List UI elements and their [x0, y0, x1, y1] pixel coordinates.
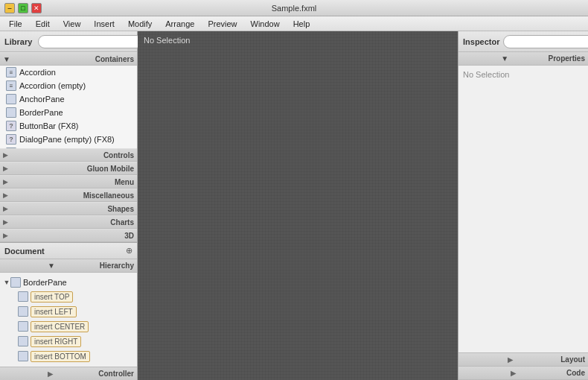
gluon-mobile-label: Gluon Mobile — [87, 165, 134, 173]
tree-root-item[interactable]: ▼ BorderPane — [0, 276, 137, 289]
tree-child-item[interactable]: insert BOTTOM — [0, 349, 137, 364]
window-title: Sample.fxml — [42, 4, 546, 13]
shapes-arrow: ▶ — [3, 205, 8, 212]
properties-label: Properties — [549, 54, 585, 63]
inspector-bottom: ▶ Layout ▶ Code — [458, 352, 588, 380]
shapes-label: Shapes — [107, 205, 134, 213]
properties-arrow: ▼ — [501, 54, 508, 63]
threed-section-header[interactable]: ▶ 3D — [0, 229, 137, 242]
gluon-arrow: ▶ — [3, 165, 8, 172]
code-row[interactable]: ▶ Code — [458, 367, 588, 380]
child-icon-left — [18, 306, 28, 317]
misc-section-header[interactable]: ▶ Miscellaneous — [0, 189, 137, 202]
document-label: Document — [4, 247, 45, 256]
charts-section-header[interactable]: ▶ Charts — [0, 215, 137, 229]
shapes-section-header[interactable]: ▶ Shapes — [0, 202, 137, 215]
menu-help[interactable]: Help — [287, 18, 316, 30]
tree-root-label: BorderPane — [23, 278, 67, 287]
inspector-no-selection: No Selection — [463, 70, 509, 79]
containers-label: Containers — [95, 55, 134, 63]
child-icon-right — [18, 336, 28, 346]
menu-view[interactable]: View — [57, 18, 87, 30]
menu-window[interactable]: Window — [245, 18, 286, 30]
controls-label: Controls — [103, 151, 134, 159]
controls-arrow: ▶ — [3, 151, 8, 159]
menu-preview[interactable]: Preview — [202, 18, 243, 30]
maximize-button[interactable]: □ — [18, 3, 28, 13]
menu-arrange[interactable]: Arrange — [159, 18, 200, 30]
hierarchy-label: Hierarchy — [100, 262, 134, 270]
hierarchy-arrow: ▼ — [48, 262, 55, 270]
menu-label: Menu — [115, 178, 134, 186]
library-search-input[interactable] — [38, 35, 143, 48]
list-item[interactable]: ≡ Accordion (empty) — [0, 79, 137, 92]
insert-left-label: insert LEFT — [31, 306, 77, 317]
tree-child-item[interactable]: insert CENTER — [0, 319, 137, 334]
misc-label: Miscellaneous — [83, 191, 134, 200]
menu-bar: File Edit View Insert Modify Arrange Pre… — [0, 16, 588, 31]
inspector-header: Inspector ▼ — [458, 31, 588, 52]
document-add-button[interactable]: ⊕ — [126, 246, 132, 256]
right-panel: Inspector ▼ ▼ Properties No Selection ▶ … — [458, 31, 588, 380]
list-item[interactable]: ≡ Accordion — [0, 66, 137, 79]
insert-center-label: insert CENTER — [31, 321, 89, 332]
containers-arrow: ▼ — [3, 55, 10, 63]
child-icon-bottom — [18, 351, 28, 361]
child-icon-center — [18, 321, 28, 332]
library-header: Library ▼ — [0, 31, 137, 52]
insert-top-label: insert TOP — [31, 291, 73, 303]
minimize-button[interactable]: – — [4, 3, 15, 13]
menu-edit[interactable]: Edit — [30, 18, 56, 30]
code-label: Code — [566, 369, 585, 377]
threed-label: 3D — [124, 232, 134, 240]
menu-modify[interactable]: Modify — [122, 18, 158, 30]
layout-label: Layout — [560, 355, 585, 364]
left-panel: Library ▼ ▼ Containers ≡ Accordion ≡ Acc… — [0, 31, 138, 380]
canvas-area[interactable]: No Selection — [138, 31, 458, 380]
list-item[interactable]: BorderPane — [0, 106, 137, 119]
controls-section-header[interactable]: ▶ Controls — [0, 148, 137, 162]
canvas-no-selection: No Selection — [144, 36, 190, 45]
document-header: Document ⊕ — [0, 243, 137, 259]
code-arrow: ▶ — [511, 370, 516, 377]
layout-arrow: ▶ — [508, 356, 513, 364]
bottom-arrow: ▶ — [48, 370, 53, 378]
list-item[interactable]: AnchorPane — [0, 92, 137, 106]
tree-child-item[interactable]: insert RIGHT — [0, 334, 137, 349]
menu-arrow: ▶ — [3, 178, 8, 186]
properties-header[interactable]: ▼ Properties — [458, 52, 588, 66]
bottom-nav[interactable]: ▶ Controller — [0, 367, 137, 380]
library-label: Library — [4, 37, 32, 46]
dialogpane-empty-icon: ? — [6, 134, 16, 145]
containers-section-header[interactable]: ▼ Containers — [0, 52, 137, 66]
tree-child-item[interactable]: insert LEFT — [0, 304, 137, 319]
accordion-empty-icon: ≡ — [6, 80, 16, 91]
tree-toggle[interactable]: ▼ — [3, 279, 10, 286]
anchorpane-icon — [6, 94, 16, 104]
gluon-mobile-section-header[interactable]: ▶ Gluon Mobile — [0, 162, 137, 175]
library-list: ≡ Accordion ≡ Accordion (empty) AnchorPa… — [0, 66, 137, 148]
menu-file[interactable]: File — [3, 18, 28, 30]
borderpane-icon — [6, 107, 16, 118]
close-button[interactable]: ✕ — [31, 3, 42, 13]
title-bar: – □ ✕ Sample.fxml — [0, 0, 588, 16]
menu-insert[interactable]: Insert — [88, 18, 121, 30]
menu-section-header[interactable]: ▶ Menu — [0, 175, 137, 189]
layout-row[interactable]: ▶ Layout — [458, 353, 588, 367]
buttonbar-icon: ? — [6, 121, 16, 131]
insert-bottom-label: insert BOTTOM — [31, 351, 90, 362]
tree-child-item[interactable]: insert TOP — [0, 289, 137, 304]
threed-arrow: ▶ — [3, 232, 8, 239]
document-section: Document ⊕ ▼ Hierarchy ▼ BorderPane — [0, 242, 137, 367]
inspector-label: Inspector — [463, 37, 500, 46]
hierarchy-header[interactable]: ▼ Hierarchy — [0, 259, 137, 273]
charts-arrow: ▶ — [3, 218, 8, 226]
controller-label: Controller — [98, 370, 134, 378]
child-icon-top — [18, 291, 28, 302]
borderpane-tree-icon — [10, 277, 21, 288]
accordion-icon: ≡ — [6, 67, 16, 77]
hierarchy-tree: ▼ BorderPane insert TOP insert LEFT — [0, 273, 137, 367]
list-item[interactable]: ? ButtonBar (FX8) — [0, 119, 137, 133]
inspector-search-input[interactable] — [503, 35, 588, 48]
list-item[interactable]: ? DialogPane (empty) (FX8) — [0, 133, 137, 146]
